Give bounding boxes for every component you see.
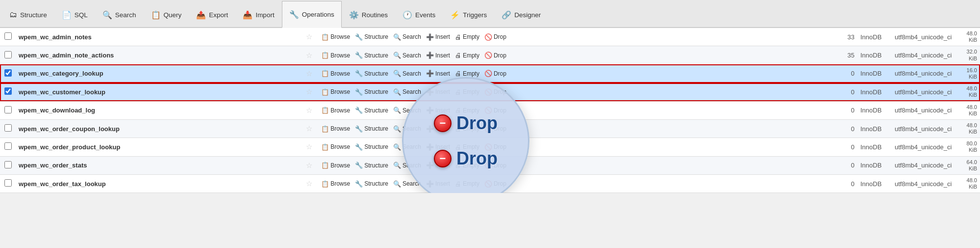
search-button[interactable]: 🔍Search [391,161,424,170]
insert-button[interactable]: ➕Insert [424,142,452,152]
drop-button[interactable]: 🚫Drop [482,32,509,42]
empty-button[interactable]: 🖨Empty [452,87,482,97]
insert-button[interactable]: ➕Insert [424,179,452,189]
empty-button[interactable]: 🖨Empty [452,179,482,189]
row-checkbox[interactable] [4,69,12,77]
insert-button[interactable]: ➕Insert [424,106,452,115]
structure-button[interactable]: 🔧Structure [352,87,391,97]
tab-search[interactable]: 🔍 Search [95,1,144,28]
insert-label: Insert [435,162,450,169]
drop-button[interactable]: 🚫Drop [482,69,509,78]
tab-events[interactable]: 🕐 Events [395,1,443,28]
search-button[interactable]: 🔍Search [391,32,424,42]
row-checkbox[interactable] [4,179,12,187]
browse-button[interactable]: 📋Browse [319,87,352,97]
structure-button[interactable]: 🔧Structure [352,32,391,42]
empty-icon: 🖨 [455,143,461,151]
insert-button[interactable]: ➕Insert [424,51,452,60]
browse-button[interactable]: 📋Browse [319,106,352,115]
star-icon[interactable]: ☆ [306,142,312,151]
tab-query[interactable]: 📋 Query [144,1,189,28]
empty-button[interactable]: 🖨Empty [452,124,482,134]
empty-label: Empty [463,70,479,77]
structure-button[interactable]: 🔧Structure [352,124,391,134]
browse-icon: 📋 [321,107,329,114]
star-icon[interactable]: ☆ [306,87,312,96]
star-icon[interactable]: ☆ [306,124,312,133]
tab-designer[interactable]: 🔗 Designer [494,1,548,28]
insert-button[interactable]: ➕Insert [424,87,452,97]
insert-button[interactable]: ➕Insert [424,124,452,134]
row-checkbox[interactable] [4,124,12,132]
drop-icon: 🚫 [484,180,492,188]
table-name: wpem_wc_order_stats [16,156,302,174]
tab-structure[interactable]: 🗂 Structure [2,1,54,28]
row-checkbox[interactable] [4,32,12,40]
browse-label: Browse [330,125,350,132]
structure-button[interactable]: 🔧Structure [352,142,391,152]
browse-button[interactable]: 📋Browse [319,32,352,42]
star-icon[interactable]: ☆ [306,179,312,188]
row-checkbox[interactable] [4,161,12,168]
row-checkbox[interactable] [4,106,12,113]
search-button[interactable]: 🔍Search [391,142,424,152]
search-button[interactable]: 🔍Search [391,124,424,134]
search-button[interactable]: 🔍Search [391,106,424,115]
tab-routines[interactable]: ⚙️ Routines [342,1,395,28]
structure-button[interactable]: 🔧Structure [352,69,391,78]
insert-button[interactable]: ➕Insert [424,69,452,78]
drop-button[interactable]: 🚫Drop [482,179,509,189]
structure-icon: 🔧 [355,125,363,133]
tab-import[interactable]: 📥 Import [235,1,281,28]
insert-button[interactable]: ➕Insert [424,161,452,170]
browse-button[interactable]: 📋Browse [319,142,352,152]
drop-button[interactable]: 🚫Drop [482,87,509,97]
insert-icon: ➕ [426,107,434,114]
star-icon[interactable]: ☆ [306,51,312,59]
browse-button[interactable]: 📋Browse [319,179,352,189]
tab-export[interactable]: 📤 Export [189,1,235,28]
row-checkbox[interactable] [4,51,12,58]
tab-triggers[interactable]: ⚡ Triggers [443,1,494,28]
structure-button[interactable]: 🔧Structure [352,179,391,189]
star-icon[interactable]: ☆ [306,161,312,169]
drop-button[interactable]: 🚫Drop [482,142,509,152]
browse-button[interactable]: 📋Browse [319,69,352,78]
structure-button[interactable]: 🔧Structure [352,161,391,170]
structure-icon: 🔧 [355,33,363,41]
insert-label: Insert [435,52,450,59]
browse-label: Browse [330,162,350,169]
search-button[interactable]: 🔍Search [391,51,424,60]
search-button[interactable]: 🔍Search [391,69,424,78]
insert-button[interactable]: ➕Insert [424,32,452,42]
drop-button[interactable]: 🚫Drop [482,161,509,170]
search-label: Search [402,88,421,95]
empty-button[interactable]: 🖨Empty [452,142,482,152]
drop-button[interactable]: 🚫Drop [482,106,509,115]
empty-button[interactable]: 🖨Empty [452,161,482,170]
star-icon[interactable]: ☆ [306,69,312,78]
row-checkbox[interactable] [4,142,12,150]
drop-button[interactable]: 🚫Drop [482,124,509,134]
drop-button[interactable]: 🚫Drop [482,51,509,60]
structure-icon: 🔧 [355,52,363,59]
tab-sql[interactable]: 📄 SQL [54,1,95,28]
empty-button[interactable]: 🖨Empty [452,51,482,60]
structure-button[interactable]: 🔧Structure [352,106,391,115]
structure-button[interactable]: 🔧Structure [352,51,391,60]
empty-button[interactable]: 🖨Empty [452,106,482,115]
insert-label: Insert [435,143,450,150]
search-button[interactable]: 🔍Search [391,179,424,189]
empty-button[interactable]: 🖨Empty [452,32,482,42]
star-icon[interactable]: ☆ [306,32,312,41]
browse-button[interactable]: 📋Browse [319,124,352,134]
row-checkbox[interactable] [4,87,12,95]
browse-button[interactable]: 📋Browse [319,51,352,60]
insert-label: Insert [435,107,450,114]
tab-operations[interactable]: 🔧 Operations [282,1,342,28]
browse-button[interactable]: 📋Browse [319,161,352,170]
empty-button[interactable]: 🖨Empty [452,69,482,78]
star-icon[interactable]: ☆ [306,106,312,114]
search-button[interactable]: 🔍Search [391,87,424,97]
row-engine: InnoDB [857,64,892,83]
